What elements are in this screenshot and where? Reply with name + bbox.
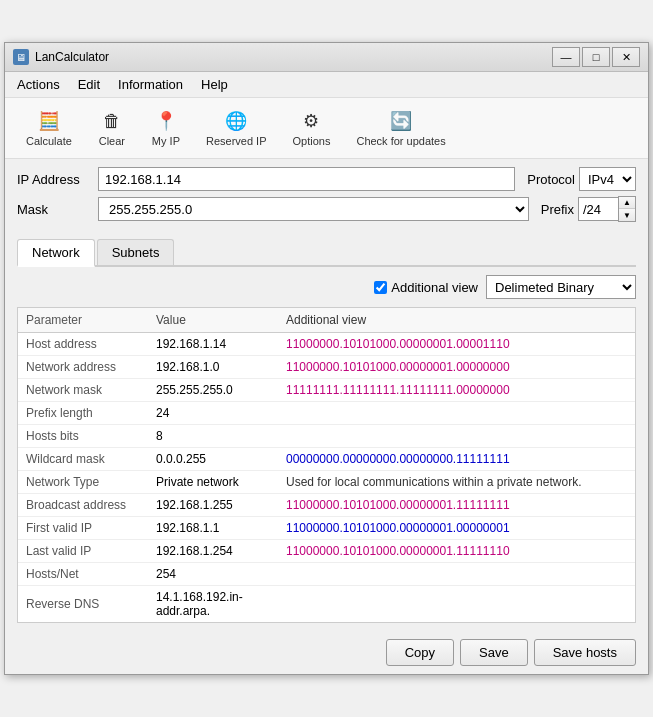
cell-value: 0.0.0.255 [148, 448, 278, 471]
mask-row: Mask 255.255.255.0 255.255.0.0 255.0.0.0… [17, 196, 636, 222]
calculate-label: Calculate [26, 135, 72, 147]
prefix-input[interactable] [578, 197, 618, 221]
options-icon: ⚙ [299, 109, 323, 133]
clear-label: Clear [99, 135, 125, 147]
cell-value: 14.1.168.192.in-addr.arpa. [148, 586, 278, 623]
minimize-button[interactable]: — [552, 47, 580, 67]
table-row: Wildcard mask0.0.0.25500000000.00000000.… [18, 448, 635, 471]
copy-button[interactable]: Copy [386, 639, 454, 666]
cell-parameter: Prefix length [18, 402, 148, 425]
ip-row: IP Address Protocol IPv4 IPv6 [17, 167, 636, 191]
spin-down-button[interactable]: ▼ [619, 209, 635, 221]
table-row: Host address192.168.1.1411000000.1010100… [18, 333, 635, 356]
spin-buttons: ▲ ▼ [618, 196, 636, 222]
additional-view-checkbox[interactable] [374, 281, 387, 294]
menu-actions[interactable]: Actions [9, 74, 68, 95]
main-window: 🖥 LanCalculator — □ ✕ Actions Edit Infor… [4, 42, 649, 675]
tab-subnets[interactable]: Subnets [97, 239, 175, 265]
reservedip-button[interactable]: 🌐 Reserved IP [195, 104, 278, 152]
prefix-label: Prefix [541, 202, 574, 217]
table-row: Network address192.168.1.011000000.10101… [18, 356, 635, 379]
table-row: Hosts bits8 [18, 425, 635, 448]
checkupdates-icon: 🔄 [389, 109, 413, 133]
cell-value: 192.168.1.0 [148, 356, 278, 379]
title-bar: 🖥 LanCalculator — □ ✕ [5, 43, 648, 72]
calculate-icon: 🧮 [37, 109, 61, 133]
ip-label: IP Address [17, 172, 92, 187]
cell-value: 192.168.1.14 [148, 333, 278, 356]
cell-parameter: Network Type [18, 471, 148, 494]
cell-additional: 11000000.10101000.00000001.00001110 [278, 333, 635, 356]
cell-value: Private network [148, 471, 278, 494]
cell-parameter: First valid IP [18, 517, 148, 540]
col-header-parameter: Parameter [18, 308, 148, 333]
options-button[interactable]: ⚙ Options [282, 104, 342, 152]
protocol-label: Protocol [527, 172, 575, 187]
table-row: Broadcast address192.168.1.25511000000.1… [18, 494, 635, 517]
menu-edit[interactable]: Edit [70, 74, 108, 95]
myip-label: My IP [152, 135, 180, 147]
cell-value: 192.168.1.254 [148, 540, 278, 563]
table-row: Last valid IP192.168.1.25411000000.10101… [18, 540, 635, 563]
table-row: Hosts/Net254 [18, 563, 635, 586]
cell-additional [278, 425, 635, 448]
table-header-row: Parameter Value Additional view [18, 308, 635, 333]
cell-additional: Used for local communications within a p… [278, 471, 635, 494]
app-icon: 🖥 [13, 49, 29, 65]
protocol-area: Protocol IPv4 IPv6 [527, 167, 636, 191]
menu-information[interactable]: Information [110, 74, 191, 95]
cell-parameter: Hosts bits [18, 425, 148, 448]
results-table-wrapper: Parameter Value Additional view Host add… [17, 307, 636, 623]
reservedip-icon: 🌐 [224, 109, 248, 133]
cell-parameter: Network address [18, 356, 148, 379]
myip-icon: 📍 [154, 109, 178, 133]
table-row: First valid IP192.168.1.111000000.101010… [18, 517, 635, 540]
tabs-area: Network Subnets [5, 235, 648, 267]
cell-additional: 11000000.10101000.00000001.11111110 [278, 540, 635, 563]
ip-input[interactable] [98, 167, 515, 191]
menu-help[interactable]: Help [193, 74, 236, 95]
cell-parameter: Broadcast address [18, 494, 148, 517]
additional-view-label: Additional view [391, 280, 478, 295]
form-area: IP Address Protocol IPv4 IPv6 Mask 255.2… [5, 159, 648, 235]
cell-additional: 00000000.00000000.00000000.11111111 [278, 448, 635, 471]
mask-label: Mask [17, 202, 92, 217]
clear-button[interactable]: 🗑 Clear [87, 104, 137, 152]
tab-network[interactable]: Network [17, 239, 95, 267]
results-table: Parameter Value Additional view Host add… [18, 308, 635, 622]
cell-additional [278, 402, 635, 425]
window-title: LanCalculator [35, 50, 109, 64]
additional-bar: Additional view Delimeted Binary Binary … [17, 275, 636, 299]
spin-up-button[interactable]: ▲ [619, 197, 635, 209]
cell-additional: 11111111.11111111.11111111.00000000 [278, 379, 635, 402]
close-button[interactable]: ✕ [612, 47, 640, 67]
myip-button[interactable]: 📍 My IP [141, 104, 191, 152]
clear-icon: 🗑 [100, 109, 124, 133]
prefix-area: Prefix ▲ ▼ [541, 196, 636, 222]
mask-select[interactable]: 255.255.255.0 255.255.0.0 255.0.0.0 255.… [98, 197, 529, 221]
cell-parameter: Reverse DNS [18, 586, 148, 623]
save-hosts-button[interactable]: Save hosts [534, 639, 636, 666]
table-row: Prefix length24 [18, 402, 635, 425]
cell-parameter: Hosts/Net [18, 563, 148, 586]
cell-additional [278, 586, 635, 623]
checkupdates-label: Check for updates [356, 135, 445, 147]
save-button[interactable]: Save [460, 639, 528, 666]
cell-parameter: Host address [18, 333, 148, 356]
additional-view-select[interactable]: Delimeted Binary Binary Decimal Hex [486, 275, 636, 299]
content-area: Additional view Delimeted Binary Binary … [5, 267, 648, 631]
maximize-button[interactable]: □ [582, 47, 610, 67]
col-header-additional: Additional view [278, 308, 635, 333]
calculate-button[interactable]: 🧮 Calculate [15, 104, 83, 152]
reservedip-label: Reserved IP [206, 135, 267, 147]
cell-value: 255.255.255.0 [148, 379, 278, 402]
cell-value: 254 [148, 563, 278, 586]
cell-value: 192.168.1.255 [148, 494, 278, 517]
prefix-spinner: ▲ ▼ [578, 196, 636, 222]
checkupdates-button[interactable]: 🔄 Check for updates [345, 104, 456, 152]
title-controls: — □ ✕ [552, 47, 640, 67]
protocol-select[interactable]: IPv4 IPv6 [579, 167, 636, 191]
cell-parameter: Wildcard mask [18, 448, 148, 471]
menu-bar: Actions Edit Information Help [5, 72, 648, 98]
additional-view-checkbox-label[interactable]: Additional view [374, 280, 478, 295]
